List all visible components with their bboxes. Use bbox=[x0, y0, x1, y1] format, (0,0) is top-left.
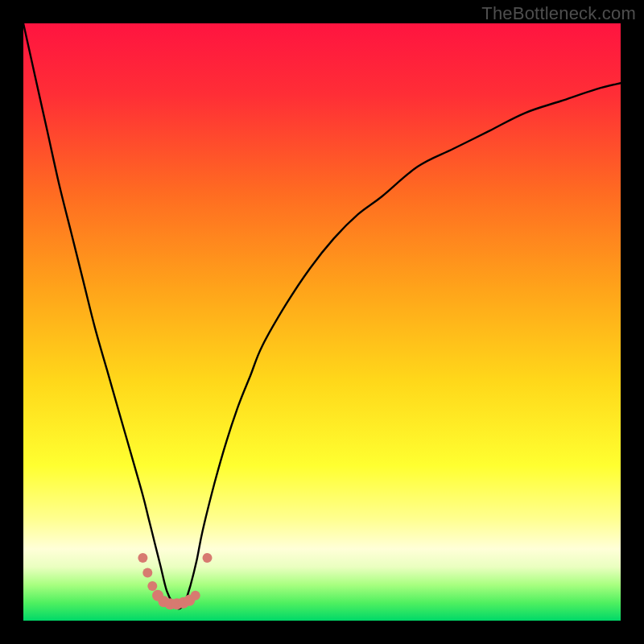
bottleneck-chart bbox=[23, 23, 621, 621]
highlight-dot bbox=[142, 568, 152, 578]
highlight-dot bbox=[147, 581, 157, 591]
highlight-dot bbox=[203, 553, 213, 563]
highlight-dot bbox=[138, 553, 147, 563]
gradient-background bbox=[23, 23, 621, 621]
watermark-text: TheBottleneck.com bbox=[481, 3, 636, 24]
highlight-dot bbox=[191, 591, 200, 601]
chart-frame bbox=[23, 23, 621, 621]
